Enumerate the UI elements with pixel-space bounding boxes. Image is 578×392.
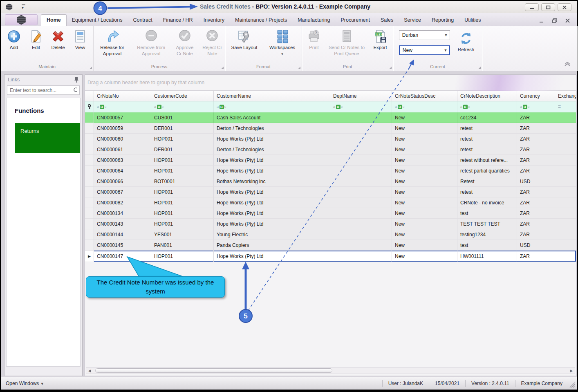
grid-cell: New [392, 112, 457, 123]
filter-cell-customername[interactable]: aBc [214, 101, 330, 112]
grid-cell [330, 134, 392, 144]
filter-cell-crnotestatusdesc[interactable]: aBc [392, 101, 457, 112]
column-header-crnotedescription[interactable]: CrNoteDescription [457, 91, 517, 101]
grid-row-cn0000066[interactable]: CN0000066BOT0001Bothas Networking incNew… [85, 176, 576, 187]
close-button[interactable] [558, 3, 571, 11]
pin-icon[interactable] [74, 77, 79, 83]
group-by-bar[interactable]: Drag a column header here to group by th… [85, 75, 576, 90]
quick-access-dropdown-icon[interactable]: ▾ [22, 4, 25, 10]
horizontal-scrollbar[interactable]: ◀ ▶ [86, 367, 575, 374]
resize-grip[interactable] [569, 382, 576, 388]
grid-row-cn0000060[interactable]: CN0000060HOP001Hope Works (Pty) LtdNewre… [85, 134, 576, 144]
tab-sales[interactable]: Sales [375, 15, 399, 26]
delete-button[interactable]: Delete [49, 28, 67, 52]
grid-cell: New [392, 229, 457, 240]
column-header-customercode[interactable]: CustomerCode [151, 91, 214, 101]
grid-cell [555, 187, 576, 197]
grid-cell: USD [517, 176, 555, 187]
approve-cr-note-button: Approve Cr Note [171, 28, 198, 58]
grid-row-cn0000063[interactable]: CN0000063HOP001Hope Works (Pty) LtdNewre… [85, 155, 576, 166]
grid-row-cn0000059[interactable]: CN0000059DER001Derton / TechnologiesNewr… [85, 123, 576, 134]
tab-home[interactable]: Home [41, 14, 67, 26]
workspaces-button[interactable]: Workspaces▼ [264, 28, 300, 58]
collapse-ribbon-icon[interactable] [564, 61, 571, 68]
column-header-crnoteno[interactable]: CrNoteNo [94, 91, 151, 101]
grid-row-cn0000144[interactable]: CN0000144YES001Young ElectricNewtesting1… [85, 229, 576, 240]
filter-key-icon[interactable] [85, 101, 94, 112]
grid-cell: Hope Works (Pty) Ltd [214, 208, 330, 219]
mdi-minimize-icon[interactable] [540, 18, 544, 23]
mdi-close-icon[interactable] [565, 18, 570, 23]
grid-row-cn0000134[interactable]: CN0000134HOP001Hope Works (Pty) LtdNewte… [85, 208, 576, 219]
minimize-button[interactable] [525, 3, 539, 11]
grid-cell [555, 197, 576, 208]
grid-row-cn0000147[interactable]: ▶CN0000147HOP001Hope Works (Pty) LtdNewH… [85, 251, 576, 262]
grid-row-cn0000057[interactable]: CN0000057CUS001Cash Sales AccountNewco12… [85, 112, 576, 123]
scroll-left-icon[interactable]: ◀ [86, 369, 93, 373]
release-for-approval-button[interactable]: Release for Approval [94, 28, 131, 58]
filter-cell-currency[interactable]: aBc [517, 101, 555, 112]
column-header-exchang[interactable]: Exchang [555, 91, 576, 101]
mdi-restore-icon[interactable] [552, 18, 557, 23]
column-header-deptname[interactable]: DeptName [330, 91, 392, 101]
search-icon[interactable] [73, 87, 77, 94]
sidebar-search-input[interactable] [7, 87, 73, 93]
row-indicator [85, 155, 94, 166]
tab-contract[interactable]: Contract [128, 15, 157, 26]
filter-cell-exchang[interactable]: = [555, 101, 576, 112]
grid-cell: HOP001 [151, 208, 214, 219]
grid-filter-row: aBcaBcaBcaBcaBcaBcaBc= [85, 101, 576, 112]
grid-row-cn0000067[interactable]: CN0000067HOP001Hope Works (Pty) LtdNewre… [85, 187, 576, 197]
row-indicator: ▶ [85, 251, 94, 262]
grid-cell: DER001 [151, 144, 214, 155]
grid-cell: retest [457, 123, 517, 134]
scroll-right-icon[interactable]: ▶ [568, 369, 575, 373]
edit-button[interactable]: Edit [27, 28, 45, 52]
filter-cell-crnotedescription[interactable]: aBc [457, 101, 517, 112]
grid-cell: CN0000082 [94, 197, 151, 208]
ribbon: Add Edit Delete View M [1, 26, 577, 71]
tab-utilities[interactable]: Utilities [459, 15, 486, 26]
scrollbar-thumb[interactable] [95, 368, 332, 373]
grid-row-cn0000145[interactable]: CN0000145PAN001Panda CopiersNewtestUSD [85, 240, 576, 251]
grid-row-cn0000143[interactable]: CN0000143HOP001Hope Works (Pty) LtdNewTE… [85, 219, 576, 229]
maximize-button[interactable] [541, 3, 555, 11]
app-window: ▾ Sales Credit Notes - BPO: Version 2.4.… [1, 1, 577, 390]
ribbon-spacer [482, 26, 577, 71]
tab-manufacturing[interactable]: Manufacturing [292, 15, 335, 26]
grid-cell: YES001 [151, 229, 214, 240]
status-dropdown[interactable]: New ▼ [399, 45, 450, 55]
tab-finance-hr[interactable]: Finance / HR [158, 15, 198, 26]
tab-service[interactable]: Service [399, 15, 426, 26]
open-windows-button[interactable]: Open Windows ▼ [1, 381, 44, 386]
application-menu-button[interactable] [5, 14, 38, 25]
filter-cell-deptname[interactable]: aBc [330, 101, 392, 112]
tab-maintenance-projects[interactable]: Maintenance / Projects [230, 15, 292, 26]
add-button[interactable]: Add [4, 28, 23, 52]
column-header-crnotestatusdesc[interactable]: CrNoteStatusDesc [392, 91, 457, 101]
export-button[interactable]: XLSX Export [369, 28, 392, 52]
text-filter-icon: aBc [333, 105, 343, 109]
grid-cell: HOP001 [151, 187, 214, 197]
filter-cell-crnoteno[interactable]: aBc [94, 101, 151, 112]
site-dropdown[interactable]: Durban ▼ [399, 30, 450, 40]
grid-row-cn0000082[interactable]: CN0000082HOP001Hope Works (Pty) LtdNewCR… [85, 197, 576, 208]
grid-cell: ZAR [517, 219, 555, 229]
grid-cell: retest without refere... [457, 155, 517, 166]
grid-row-cn0000064[interactable]: CN0000064HOP001Hope Works (Pty) LtdNewre… [85, 166, 576, 176]
tab-inventory[interactable]: Inventory [198, 15, 230, 26]
tab-equipment-locations[interactable]: Equipment / Locations [67, 15, 128, 26]
group-label-format: Format [225, 63, 302, 71]
header-indicator-cell [85, 91, 94, 101]
tab-reporting[interactable]: Reporting [426, 15, 459, 26]
text-filter-icon: aBc [395, 105, 405, 109]
sidebar-item-returns[interactable]: Returns [15, 123, 80, 153]
save-layout-button[interactable]: Save Layout [227, 28, 262, 52]
tab-procurement[interactable]: Procurement [335, 15, 375, 26]
column-header-customername[interactable]: CustomerName [214, 91, 330, 101]
refresh-button[interactable]: Refresh [456, 30, 476, 54]
filter-cell-customercode[interactable]: aBc [151, 101, 214, 112]
grid-row-cn0000061[interactable]: CN0000061DER001Derton / TechnologiesNewr… [85, 144, 576, 155]
column-header-currency[interactable]: Currency [517, 91, 555, 101]
view-button[interactable]: View [71, 28, 90, 52]
